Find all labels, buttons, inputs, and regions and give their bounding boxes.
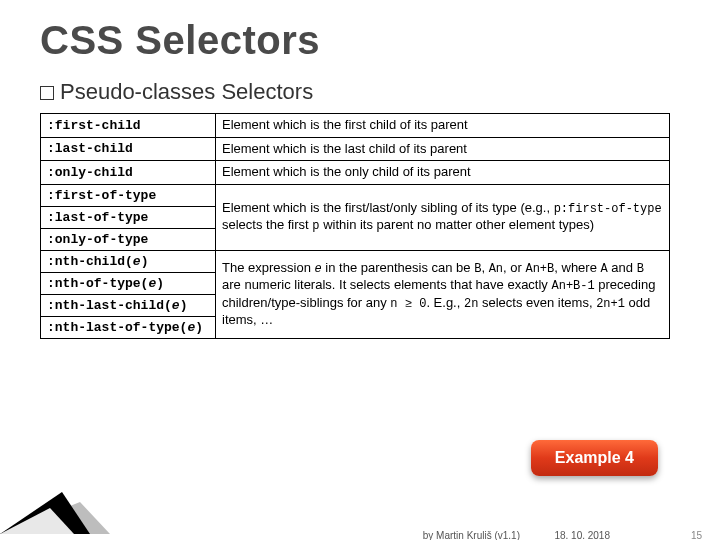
table-row: :nth-child(e)The expression e in the par… bbox=[41, 250, 670, 272]
selector-cell: :first-child bbox=[41, 114, 216, 138]
table-row: :only-childElement which is the only chi… bbox=[41, 161, 670, 185]
page-title: CSS Selectors bbox=[40, 18, 680, 63]
subtitle: Pseudo-classes Selectors bbox=[40, 79, 680, 105]
footer-page-number: 15 bbox=[691, 530, 702, 540]
selector-cell: :nth-last-of-type(e) bbox=[41, 316, 216, 338]
selectors-table: :first-childElement which is the first c… bbox=[40, 113, 670, 339]
selector-cell: :nth-child(e) bbox=[41, 250, 216, 272]
corner-decoration bbox=[0, 490, 110, 534]
selector-cell: :only-child bbox=[41, 161, 216, 185]
selector-cell: :only-of-type bbox=[41, 228, 216, 250]
svg-marker-2 bbox=[0, 508, 74, 534]
selector-cell: :last-of-type bbox=[41, 206, 216, 228]
table-row: :last-childElement which is the last chi… bbox=[41, 137, 670, 161]
footer-date: 18. 10. 2018 bbox=[554, 530, 610, 540]
description-cell-oftype: Element which is the first/last/only sib… bbox=[216, 184, 670, 250]
subtitle-tail: Selectors bbox=[215, 79, 313, 104]
svg-marker-0 bbox=[0, 502, 110, 534]
table-row: :first-childElement which is the first c… bbox=[41, 114, 670, 138]
svg-marker-1 bbox=[0, 492, 90, 534]
selector-cell: :nth-of-type(e) bbox=[41, 272, 216, 294]
bullet-box bbox=[40, 86, 54, 100]
description-cell: Element which is the first child of its … bbox=[216, 114, 670, 138]
selector-cell: :last-child bbox=[41, 137, 216, 161]
table-row: :first-of-typeElement which is the first… bbox=[41, 184, 670, 206]
selector-cell: :nth-last-child(e) bbox=[41, 294, 216, 316]
description-cell: Element which is the last child of its p… bbox=[216, 137, 670, 161]
description-cell: Element which is the only child of its p… bbox=[216, 161, 670, 185]
description-cell-nth: The expression e in the parenthesis can … bbox=[216, 250, 670, 338]
subtitle-main: Pseudo-classes bbox=[60, 79, 215, 104]
footer-author: by Martin Kruliš (v1.1) bbox=[423, 530, 520, 540]
selector-cell: :first-of-type bbox=[41, 184, 216, 206]
example-button[interactable]: Example 4 bbox=[531, 440, 658, 476]
